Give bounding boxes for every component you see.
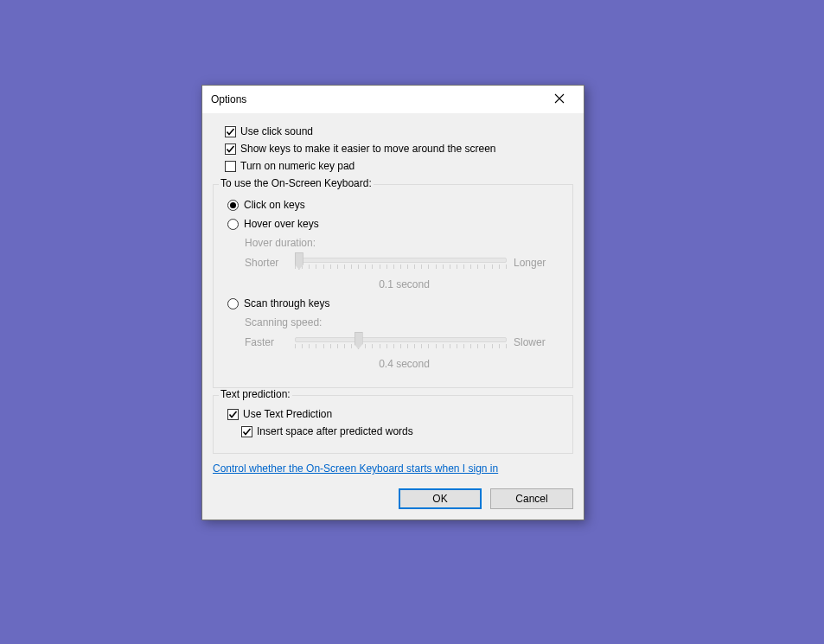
scanning-speed-value: 0.4 second [245, 358, 564, 370]
radio-click[interactable] [227, 200, 239, 211]
hover-duration-block: Hover duration: Shorter Longer 0.1 secon… [245, 237, 564, 290]
checkbox-insert-space[interactable] [241, 426, 252, 437]
hover-duration-title: Hover duration: [245, 237, 564, 249]
hover-duration-slider-row: Shorter Longer [245, 252, 564, 273]
usage-legend: To use the On-Screen Keyboard: [219, 177, 374, 189]
checkbox-numeric-pad-label: Turn on numeric key pad [240, 158, 355, 174]
checkbox-show-keys-label: Show keys to make it easier to move arou… [240, 141, 495, 156]
checkbox-use-tp-label: Use Text Prediction [243, 406, 332, 422]
radio-click-row[interactable]: Click on keys [227, 197, 564, 213]
cancel-button[interactable]: Cancel [490, 488, 573, 509]
text-prediction-legend: Text prediction: [219, 388, 292, 400]
titlebar: Options [202, 86, 584, 113]
checkbox-use-tp[interactable] [227, 409, 239, 420]
checkbox-click-sound-row[interactable]: Use click sound [225, 124, 573, 139]
radio-hover-row[interactable]: Hover over keys [227, 216, 564, 232]
ok-button[interactable]: OK [399, 488, 482, 509]
radio-click-label: Click on keys [244, 197, 305, 213]
hover-duration-left-label: Shorter [245, 257, 295, 269]
scanning-speed-slider-row: Faster Slower [245, 332, 564, 353]
hover-duration-right-label: Longer [507, 257, 564, 269]
checkbox-click-sound[interactable] [225, 126, 236, 137]
scanning-speed-right-label: Slower [507, 336, 564, 348]
usage-groupbox: To use the On-Screen Keyboard: Click on … [213, 184, 573, 388]
checkbox-click-sound-label: Use click sound [240, 124, 313, 139]
scanning-speed-block: Scanning speed: Faster Slower 0.4 second [245, 316, 564, 370]
close-button[interactable] [542, 87, 577, 112]
scanning-speed-title: Scanning speed: [245, 316, 564, 328]
text-prediction-groupbox: Text prediction: Use Text Prediction Ins… [213, 395, 573, 454]
checkbox-use-tp-row[interactable]: Use Text Prediction [227, 406, 564, 422]
checkbox-show-keys[interactable] [225, 143, 236, 155]
radio-scan-row[interactable]: Scan through keys [227, 296, 564, 311]
options-dialog: Options Use click sound Show keys to mak… [201, 85, 584, 520]
startup-link[interactable]: Control whether the On-Screen Keyboard s… [213, 462, 498, 475]
hover-duration-value: 0.1 second [245, 278, 564, 290]
scanning-speed-slider[interactable] [295, 332, 507, 353]
radio-hover[interactable] [227, 219, 239, 230]
dialog-title: Options [211, 93, 246, 105]
close-icon [554, 93, 565, 106]
checkbox-show-keys-row[interactable]: Show keys to make it easier to move arou… [225, 141, 573, 156]
checkbox-numeric-pad-row[interactable]: Turn on numeric key pad [225, 158, 573, 174]
radio-scan[interactable] [227, 298, 239, 309]
checkbox-insert-space-row[interactable]: Insert space after predicted words [241, 424, 564, 439]
button-row: OK Cancel [213, 488, 573, 509]
checkbox-insert-space-label: Insert space after predicted words [257, 424, 413, 439]
radio-scan-label: Scan through keys [244, 296, 329, 311]
scanning-speed-left-label: Faster [245, 336, 295, 348]
radio-hover-label: Hover over keys [244, 216, 319, 232]
checkbox-numeric-pad[interactable] [225, 161, 236, 172]
hover-duration-slider[interactable] [295, 252, 507, 273]
dialog-body: Use click sound Show keys to make it eas… [202, 113, 584, 520]
